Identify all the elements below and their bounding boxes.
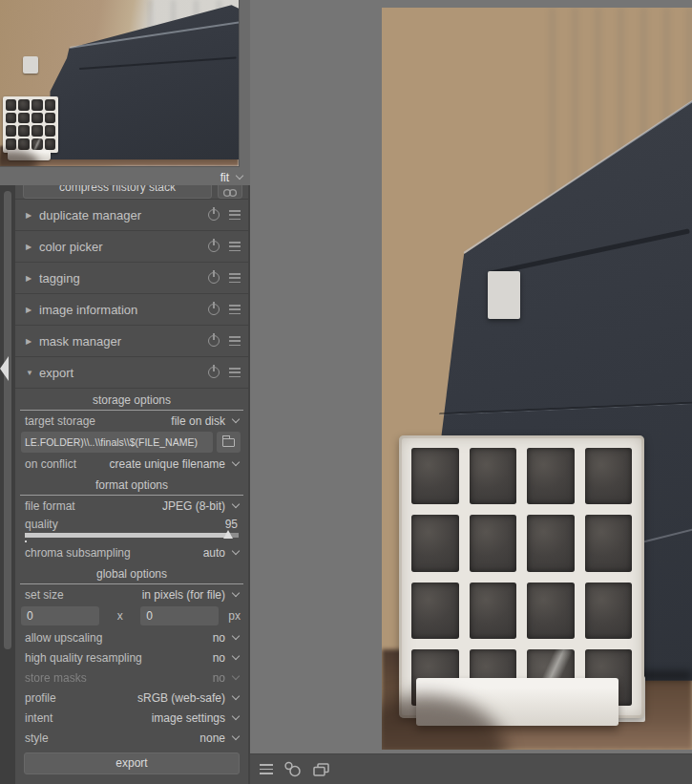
field-value: sRGB (web-safe) [137, 691, 225, 705]
quality-slider[interactable] [15, 532, 248, 542]
field-label: intent [25, 711, 152, 725]
zoom-level-dropdown[interactable]: fit [220, 169, 244, 185]
global-options-header: global options [20, 562, 243, 584]
style-dropdown[interactable]: style none [15, 728, 248, 748]
module-label: color picker [39, 240, 208, 254]
reset-icon[interactable] [208, 367, 220, 378]
device-white-tab [23, 56, 38, 73]
darkroom-center-view [250, 0, 692, 784]
export-path-input[interactable] [21, 432, 213, 453]
panel-menu-icon[interactable] [260, 764, 273, 774]
filter-cell [31, 99, 43, 111]
device-white-tab [488, 271, 520, 319]
presets-menu-icon[interactable] [229, 210, 241, 220]
create-style-icon [222, 188, 238, 198]
chevron-down-icon [232, 671, 240, 679]
quality-value: 95 [225, 518, 238, 531]
allow-upscaling-dropdown[interactable]: allow upscaling no [15, 627, 248, 647]
presets-menu-icon[interactable] [229, 305, 241, 314]
profile-dropdown[interactable]: profile sRGB (web-safe) [15, 688, 248, 708]
set-size-dropdown[interactable]: set size in pixels (for file) [15, 584, 248, 604]
image-canvas[interactable] [382, 8, 692, 750]
field-label: high quality resampling [25, 651, 213, 665]
reset-icon[interactable] [208, 241, 220, 252]
second-window-icon[interactable] [312, 762, 330, 777]
create-style-button[interactable] [218, 185, 242, 199]
expand-arrow-icon: ▶ [26, 243, 39, 251]
chevron-down-icon [232, 731, 240, 739]
field-label: on conflict [25, 457, 110, 471]
reset-icon[interactable] [208, 335, 220, 347]
color-assessment-icon[interactable] [283, 761, 302, 777]
module-header-mask-manager[interactable]: ▶ mask manager [15, 325, 248, 356]
size-inputs-row: x px [15, 604, 248, 627]
size-height-input[interactable] [140, 606, 219, 625]
filter-cell [18, 125, 30, 137]
module-header-duplicate-manager[interactable]: ▶ duplicate manager [15, 199, 248, 230]
target-storage-dropdown[interactable]: target storage file on disk [15, 411, 248, 431]
on-conflict-dropdown[interactable]: on conflict create unique filename [15, 454, 248, 474]
size-unit-label: px [228, 609, 241, 623]
module-header-export[interactable]: ▼ export [15, 356, 248, 388]
size-width-input[interactable] [21, 606, 99, 625]
filter-grid [6, 99, 56, 150]
filter-cell [45, 99, 56, 111]
module-label: export [39, 366, 208, 380]
chroma-subsampling-dropdown[interactable]: chroma subsampling auto [15, 542, 248, 562]
navigation-thumbnail[interactable] [0, 0, 239, 166]
filter-cell [18, 99, 30, 111]
presets-menu-icon[interactable] [229, 273, 241, 283]
module-label: image information [39, 303, 208, 317]
expand-arrow-icon: ▶ [26, 211, 39, 220]
export-path-row [15, 431, 248, 454]
presets-menu-icon[interactable] [229, 242, 241, 251]
module-header-image-information[interactable]: ▶ image information [15, 293, 248, 325]
presets-menu-icon[interactable] [229, 336, 241, 346]
compress-history-stack-button[interactable]: compress history stack [23, 185, 212, 199]
filter-cell [585, 515, 633, 571]
file-format-dropdown[interactable]: file format JPEG (8-bit) [15, 496, 248, 516]
field-label: set size [25, 588, 142, 602]
chevron-down-icon [232, 414, 240, 422]
navigation-panel: fit [0, 0, 250, 185]
slider-handle[interactable] [223, 530, 233, 539]
reset-icon[interactable] [208, 209, 220, 221]
expand-arrow-icon: ▶ [26, 306, 39, 314]
size-separator: x [99, 609, 140, 623]
field-label: quality [25, 518, 225, 531]
field-value: image settings [152, 711, 225, 725]
reset-icon[interactable] [208, 304, 220, 315]
zoom-level-value: fit [220, 171, 229, 184]
module-header-color-picker[interactable]: ▶ color picker [15, 230, 248, 262]
filter-cell [527, 515, 575, 571]
store-masks-dropdown: store masks no [15, 667, 248, 688]
presets-menu-icon[interactable] [229, 368, 241, 377]
field-value: file on disk [171, 414, 225, 428]
filter-cell [527, 583, 575, 639]
filter-cell [18, 113, 30, 124]
filter-cell [6, 138, 17, 150]
reset-icon[interactable] [208, 272, 220, 284]
export-button[interactable]: export [24, 752, 240, 774]
browse-folder-button[interactable] [217, 432, 241, 453]
high-quality-resampling-dropdown[interactable]: high quality resampling no [15, 647, 248, 667]
panel-scrollbar[interactable] [4, 191, 11, 649]
filter-cell [527, 448, 575, 504]
filter-grid [411, 448, 632, 706]
field-value: no [213, 651, 225, 665]
filter-cell [470, 583, 517, 639]
field-value: auto [203, 546, 225, 560]
collapse-panel-arrow[interactable] [0, 356, 9, 381]
chevron-down-icon [232, 711, 240, 719]
intent-dropdown[interactable]: intent image settings [15, 708, 248, 728]
chevron-down-icon [232, 499, 240, 507]
filter-cell [45, 125, 56, 137]
module-header-tagging[interactable]: ▶ tagging [15, 262, 248, 293]
chevron-down-icon [232, 588, 240, 596]
chevron-down-icon [232, 631, 240, 639]
filter-cell [585, 448, 633, 504]
field-value: none [199, 731, 225, 745]
quality-row: quality 95 [15, 516, 248, 532]
field-value: in pixels (for file) [142, 588, 225, 602]
module-label: tagging [39, 271, 208, 286]
